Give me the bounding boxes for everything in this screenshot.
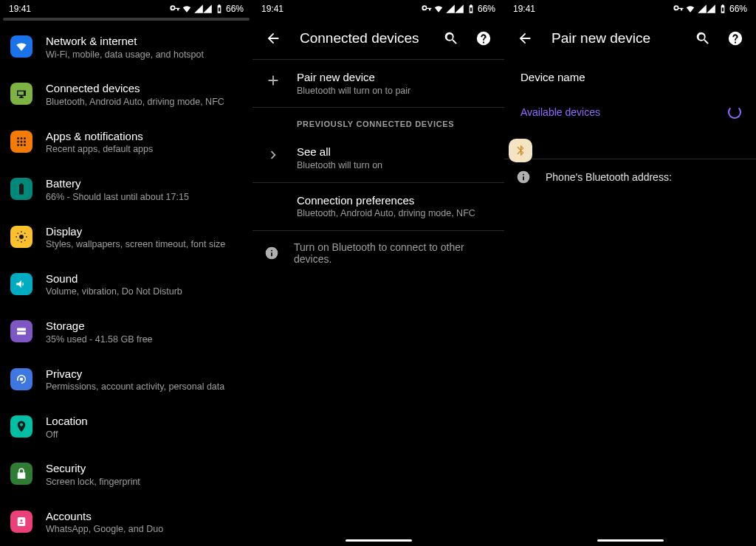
nav-pill[interactable] [346,539,412,542]
item-title: Location [46,414,242,429]
item-sub: Wi-Fi, mobile, data usage, and hotspot [46,49,242,61]
settings-item-battery[interactable]: Battery 66% - Should last until about 17… [0,166,252,213]
search-button[interactable] [688,24,718,53]
bluetooth-chip[interactable] [509,139,532,162]
item-sub: Bluetooth, Android Auto, driving mode, N… [46,96,242,108]
connection-preferences-row[interactable]: Connection preferences Bluetooth, Androi… [252,183,504,230]
item-sub: 66% - Should last until about 17:15 [46,191,242,204]
vpn-key-icon [422,4,432,14]
settings-item-sound[interactable]: Sound Volume, vibration, Do Not Disturb [0,261,252,308]
back-button[interactable] [510,24,540,53]
see-all-row[interactable]: See all Bluetooth will turn on [252,134,504,182]
page-title: Pair new device [543,30,685,46]
svg-point-6 [17,144,19,146]
previously-connected-label: Previously connected devices [252,108,504,134]
search-icon [695,30,711,46]
status-bar: 19:41 66% [504,0,756,18]
settings-item-network[interactable]: Network & internet Wi-Fi, mobile, data u… [0,24,252,71]
svg-point-9 [19,235,24,239]
signal-icon-2 [202,4,213,14]
arrow-back-icon [517,30,533,46]
connected-devices-panel: 19:41 66% Connected devices Pair new dev… [252,0,504,546]
account-icon [10,511,32,533]
item-title: Apps & notifications [46,129,242,144]
display-icon [10,226,32,248]
battery-icon [214,4,224,14]
settings-item-location[interactable]: Location Off [0,404,252,451]
svg-rect-10 [17,328,26,331]
item-sub: Off [46,429,242,441]
settings-item-connected-devices[interactable]: Connected devices Bluetooth, Android Aut… [0,71,252,118]
status-bar: 19:41 66% [252,0,504,18]
bluetooth-icon [514,144,527,157]
info-text: Turn on Bluetooth to connect to other de… [294,241,492,265]
available-devices-label: Available devices [520,106,600,118]
item-title: Network & internet [46,34,242,49]
settings-item-accounts[interactable]: Accounts WhatsApp, Google, and Duo [0,499,252,546]
item-sub: Screen lock, fingerprint [46,476,242,488]
svg-point-0 [17,137,19,139]
privacy-icon [10,368,32,390]
vpn-key-icon [673,4,684,14]
svg-point-12 [20,377,24,381]
lock-icon [10,463,32,485]
item-sub: Styles, wallpapers, screen timeout, font… [46,238,242,251]
settings-item-security[interactable]: Security Screen lock, fingerprint [0,451,252,498]
bt-address-text: Phone's Bluetooth address: [546,171,672,183]
status-battery-pct: 66% [478,4,495,14]
back-button[interactable] [258,24,288,53]
row-sub: Bluetooth will turn on to pair [297,85,492,97]
status-battery-pct: 66% [226,4,244,14]
page-title: Connected devices [291,30,433,46]
item-title: Security [46,461,242,476]
svg-point-7 [21,144,23,146]
row-title: Connection preferences [297,193,492,208]
svg-point-5 [24,140,26,142]
row-sub: Bluetooth will turn on [297,159,492,172]
search-button[interactable] [436,24,466,53]
settings-item-display[interactable]: Display Styles, wallpapers, screen timeo… [0,214,252,261]
item-title: Privacy [46,367,242,381]
location-icon [10,415,32,438]
settings-item-privacy[interactable]: Privacy Permissions, account activity, p… [0,356,252,404]
wifi-icon [433,4,444,14]
header: Connected devices [252,18,504,59]
row-title: See all [297,145,492,159]
battery-icon [466,4,476,14]
pair-new-device-row[interactable]: Pair new device Bluetooth will turn on t… [252,60,504,107]
settings-item-apps[interactable]: Apps & notifications Recent apps, defaul… [0,119,252,166]
device-name-row[interactable]: Device name [504,59,756,95]
item-title: Accounts [46,509,242,524]
item-sub: WhatsApp, Google, and Duo [46,523,242,536]
help-icon [727,30,743,46]
help-button[interactable] [721,24,750,53]
svg-rect-11 [17,332,26,335]
item-sub: Permissions, account activity, personal … [46,381,242,393]
status-icons: 66% [673,4,747,14]
status-time: 19:41 [9,4,31,14]
settings-item-storage[interactable]: Storage 35% used - 41.58 GB free [0,308,252,356]
wifi-icon [182,4,192,14]
battery-icon [718,4,728,14]
drag-handle[interactable] [3,18,250,21]
item-title: Connected devices [46,81,242,96]
status-battery-pct: 66% [729,4,747,14]
svg-point-2 [24,137,26,139]
svg-point-4 [21,140,23,142]
apps-icon [10,131,32,153]
sound-icon [10,273,32,295]
bt-address-row: Phone's Bluetooth address: [504,159,756,195]
signal-icon-2 [454,4,464,14]
svg-point-3 [17,140,19,142]
info-icon [264,246,279,260]
status-bar: 19:41 66% [0,0,252,18]
settings-root-panel: 19:41 66% Network & internet Wi-Fi, mobi… [0,0,252,546]
nav-pill[interactable] [597,539,664,542]
devices-icon [10,83,32,105]
help-button[interactable] [469,24,498,53]
chevron-right-icon [264,146,282,164]
row-title: Pair new device [297,70,492,85]
item-sub: 35% used - 41.58 GB free [46,334,242,346]
settings-list: Network & internet Wi-Fi, mobile, data u… [0,24,252,546]
help-icon [475,30,492,46]
